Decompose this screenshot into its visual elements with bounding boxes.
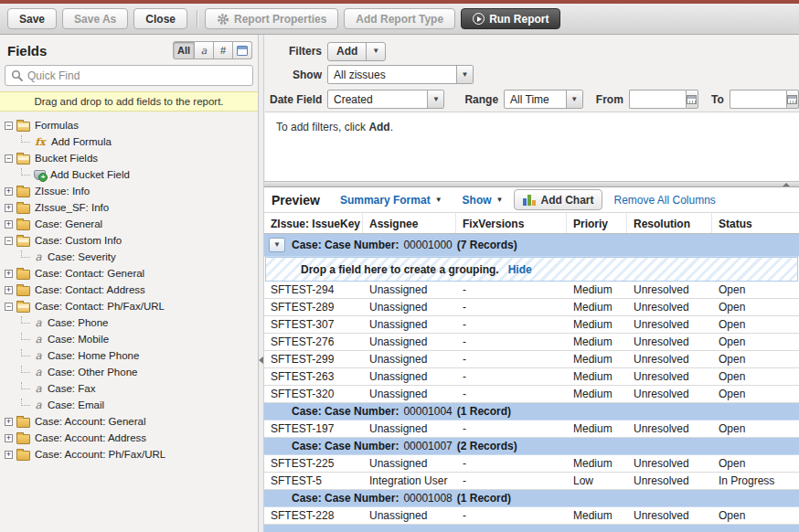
group-header-row[interactable]: Case: Case Number: 00001004 (1 Record) <box>264 403 799 420</box>
expander-icon[interactable] <box>5 303 13 311</box>
save-button[interactable]: Save <box>7 8 57 29</box>
expander-icon[interactable] <box>5 237 13 245</box>
add-report-type-button[interactable]: Add Report Type <box>344 8 455 29</box>
filter-number-button[interactable]: # <box>214 41 233 59</box>
expander-icon[interactable] <box>5 434 13 442</box>
expander-icon[interactable] <box>5 286 13 294</box>
table-row[interactable]: SFTEST-307 Unassigned - Medium Unresolve… <box>264 316 799 334</box>
column-header[interactable]: Status <box>712 213 799 233</box>
field-tree-item[interactable]: Case: General <box>3 216 258 232</box>
expander-icon[interactable] <box>5 187 13 196</box>
table-row[interactable]: SFTEST-289 Unassigned - Medium Unresolve… <box>264 299 799 316</box>
column-header[interactable]: Resolution <box>627 213 712 233</box>
cell-fixversions: - <box>456 368 567 385</box>
filter-all-button[interactable]: All <box>173 41 195 59</box>
range-select[interactable]: All Time ▼ <box>504 90 583 109</box>
cell-fixversions: - <box>456 473 567 489</box>
collapse-up-icon[interactable] <box>783 183 790 186</box>
to-date-input[interactable] <box>730 90 786 109</box>
field-tree-item[interactable]: ZIssue_SF: Info <box>3 199 258 216</box>
field-tree-item[interactable]: Case: Custom Info <box>3 232 258 249</box>
table-row[interactable]: SFTEST-225 Unassigned - Medium Unresolve… <box>264 455 799 473</box>
filter-text-button[interactable]: a <box>195 41 214 59</box>
field-tree-item[interactable]: Case: Severity <box>3 249 258 265</box>
group-label: Case: Case Number: <box>292 440 399 452</box>
show-select[interactable]: All zissues ▼ <box>327 65 474 84</box>
hide-drop-zone-link[interactable]: Hide <box>508 263 532 276</box>
show-columns-menu[interactable]: Show ▼ <box>463 194 504 207</box>
cell-priority: Medium <box>567 368 627 385</box>
field-tree-item[interactable]: Case: Contact: Ph/Fax/URL <box>3 298 258 314</box>
field-tree-item[interactable]: Case: Contact: General <box>3 265 258 282</box>
field-tree-item[interactable]: Case: Account: General <box>3 413 258 430</box>
field-tree-item[interactable]: Case: Account: Address <box>3 430 258 446</box>
field-tree-item[interactable]: Case: Fax <box>3 380 258 397</box>
field-tree-item[interactable]: Case: Contact: Address <box>3 282 258 298</box>
filter-date-button[interactable] <box>233 41 252 59</box>
cell-status: Open <box>712 299 799 315</box>
table-row[interactable]: SFTEST-294 Unassigned - Medium Unresolve… <box>264 282 799 299</box>
table-row[interactable]: SFTEST-197 Unassigned - Medium Unresolve… <box>264 420 799 438</box>
field-tree-item[interactable]: Bucket Fields <box>3 150 258 166</box>
cell-assignee: Unassigned <box>363 386 456 402</box>
collapse-left-icon[interactable] <box>259 356 263 364</box>
add-chart-label: Add Chart <box>540 194 593 207</box>
column-header[interactable]: FixVersions <box>456 213 567 233</box>
field-tree-item[interactable]: ZIssue: Info <box>3 183 258 199</box>
add-filter-button[interactable]: Add ▼ <box>327 42 386 61</box>
grouping-drop-zone[interactable]: Drop a field here to create a grouping. … <box>265 257 798 282</box>
table-row[interactable]: SFTEST-228 Unassigned - Medium Unresolve… <box>264 507 799 525</box>
table-row[interactable]: SFTEST-276 Unassigned - Medium Unresolve… <box>264 334 799 351</box>
field-tree-item[interactable]: Case: Account: Ph/Fax/URL <box>3 446 258 463</box>
field-tree-item[interactable]: Case: Mobile <box>3 331 258 347</box>
close-button[interactable]: Close <box>133 8 187 29</box>
column-header[interactable]: Assignee <box>363 213 456 233</box>
horizontal-splitter[interactable] <box>264 181 799 187</box>
column-header[interactable]: Prioriy <box>567 213 627 233</box>
table-row[interactable]: SFTEST-320 Unassigned - Medium Unresolve… <box>264 386 799 403</box>
run-report-button[interactable]: Run Report <box>461 8 560 29</box>
collapse-group-button[interactable]: ▼ <box>269 238 285 252</box>
calendar-icon[interactable] <box>786 90 799 109</box>
cell-status: Open <box>712 507 799 524</box>
summary-format-menu[interactable]: Summary Format ▼ <box>340 194 442 207</box>
date-field-select[interactable]: Created ▼ <box>327 90 444 109</box>
expander-icon[interactable] <box>5 451 13 459</box>
column-header[interactable]: ZIssue: IssueKey <box>264 213 363 233</box>
field-tree-item[interactable]: Case: Other Phone <box>3 364 258 380</box>
group-header-row[interactable]: Case: Case Number: 00001007 (2 Records) <box>264 438 799 455</box>
expander-icon[interactable] <box>5 270 13 278</box>
field-tree-item[interactable]: Add Bucket Field <box>3 166 258 183</box>
field-tree: Formulas Add Formula Bucket Fields Add B… <box>0 112 258 532</box>
expander-icon[interactable] <box>5 122 13 130</box>
field-tree-item[interactable]: Case: Home Phone <box>3 347 258 364</box>
report-properties-label: Report Properties <box>234 13 326 26</box>
field-tree-item[interactable]: Add Formula <box>3 133 258 150</box>
save-as-button[interactable]: Save As <box>62 8 128 29</box>
table-row[interactable]: SFTEST-299 Unassigned - Medium Unresolve… <box>264 351 799 368</box>
group-header-row[interactable]: ▼ Case: Case Number: 00001000 (7 Records… <box>264 234 799 257</box>
caret-down-icon: ▼ <box>435 197 442 204</box>
text-icon <box>34 250 43 263</box>
table-row[interactable]: SFTEST-263 Unassigned - Medium Unresolve… <box>264 368 799 386</box>
expander-icon[interactable] <box>5 220 13 229</box>
field-label: Case: Account: Ph/Fax/URL <box>35 449 165 460</box>
from-date-input[interactable] <box>629 90 686 109</box>
expander-icon[interactable] <box>5 418 13 426</box>
report-properties-button[interactable]: Report Properties <box>205 8 338 29</box>
expander-icon[interactable] <box>5 204 13 212</box>
bucket-icon <box>34 170 46 180</box>
field-tree-item[interactable]: Case: Email <box>3 397 258 413</box>
table-row[interactable]: SFTEST-5 Integration User - Low Unresolv… <box>264 473 799 490</box>
expander-icon[interactable] <box>5 154 13 163</box>
add-chart-button[interactable]: Add Chart <box>514 189 602 210</box>
field-tree-item[interactable]: Case: Phone <box>3 314 258 331</box>
field-tree-item[interactable]: Formulas <box>3 117 258 133</box>
remove-all-columns-link[interactable]: Remove All Columns <box>613 194 715 207</box>
calendar-icon[interactable] <box>686 90 698 109</box>
hint-add-word: Add <box>368 121 389 133</box>
quick-find-input[interactable] <box>27 69 247 82</box>
vertical-splitter[interactable] <box>259 35 264 532</box>
field-label: Case: Mobile <box>48 334 109 345</box>
group-header-row[interactable]: Case: Case Number: 00001008 (1 Record) <box>264 490 799 507</box>
